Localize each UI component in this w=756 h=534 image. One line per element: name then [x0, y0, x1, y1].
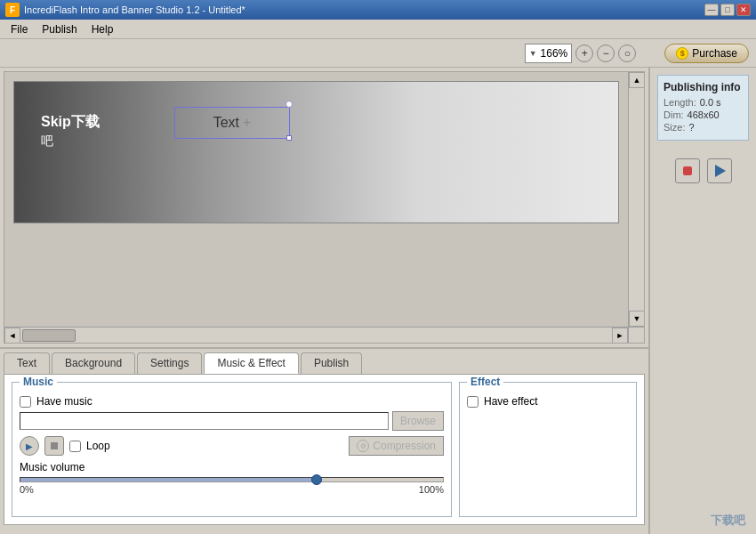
- zoom-minus-button[interactable]: −: [597, 44, 615, 62]
- tab-background[interactable]: Background: [52, 352, 135, 374]
- scroll-right-button[interactable]: ►: [612, 328, 628, 344]
- have-music-row: Have music: [20, 395, 444, 408]
- right-panel: Publishing info Length: 0.0 s Dim: 468x6…: [649, 68, 756, 534]
- text-content: Text: [213, 115, 239, 131]
- preview-play-button[interactable]: [707, 158, 732, 183]
- compression-icon: ⚙: [357, 440, 369, 452]
- tab-settings[interactable]: Settings: [137, 352, 202, 374]
- canvas-container: Skip下载 吧 Text + ▲ ▼ ◄: [4, 71, 645, 344]
- dim-value: 468x60: [688, 109, 720, 120]
- zoom-reset-button[interactable]: ○: [618, 44, 636, 62]
- music-section: Music Have music Browse: [12, 382, 452, 517]
- music-file-input[interactable]: [20, 412, 389, 430]
- preview-stop-button[interactable]: [675, 158, 700, 183]
- purchase-label: Purchase: [692, 47, 737, 60]
- main-area: Skip下载 吧 Text + ▲ ▼ ◄: [0, 68, 756, 534]
- volume-thumb[interactable]: [311, 474, 322, 485]
- h-scroll-thumb[interactable]: [22, 329, 76, 342]
- zoom-arrow-icon: ▼: [529, 49, 537, 58]
- crosshair-icon: +: [243, 115, 251, 131]
- maximize-button[interactable]: □: [720, 4, 735, 16]
- info-dim-row: Dim: 468x60: [664, 109, 743, 120]
- canvas-area: Skip下载 吧 Text + ▲ ▼ ◄: [0, 68, 649, 534]
- resize-handle[interactable]: [286, 135, 292, 141]
- effect-section: Effect Have effect: [459, 382, 637, 517]
- app-icon: F: [5, 3, 20, 17]
- size-key: Size:: [664, 122, 685, 133]
- have-effect-label: Have effect: [484, 395, 537, 408]
- publishing-info: Publishing info Length: 0.0 s Dim: 468x6…: [657, 75, 749, 141]
- tab-text[interactable]: Text: [4, 352, 50, 374]
- stop-square-icon: [683, 166, 692, 175]
- skip-text: Skip下载: [41, 113, 100, 132]
- scroll-down-button[interactable]: ▼: [629, 311, 645, 327]
- scroll-up-button[interactable]: ▲: [629, 72, 645, 88]
- toolbar: ▼ 166% + − ○ $ Purchase: [0, 39, 756, 68]
- volume-fill: [20, 478, 317, 481]
- menu-bar: File Publish Help: [0, 20, 756, 39]
- music-controls-row: ▶ Loop ⚙ Compression: [20, 436, 444, 456]
- have-music-checkbox[interactable]: [20, 396, 31, 408]
- length-value: 0.0 s: [700, 97, 721, 108]
- minimize-button[interactable]: —: [704, 4, 719, 16]
- dim-key: Dim:: [664, 109, 684, 120]
- zoom-plus-button[interactable]: +: [575, 44, 593, 62]
- music-stop-button[interactable]: [44, 436, 64, 456]
- volume-section: Music volume 0% 100%: [20, 461, 444, 495]
- close-button[interactable]: ✕: [736, 4, 751, 16]
- tab-publish[interactable]: Publish: [301, 352, 362, 374]
- h-scroll-track[interactable]: [20, 328, 612, 343]
- music-play-button[interactable]: ▶: [20, 436, 39, 456]
- banner: Skip下载 吧 Text +: [13, 81, 619, 223]
- info-length-row: Length: 0.0 s: [664, 97, 743, 108]
- scroll-corner: [628, 327, 644, 343]
- zoom-dropdown[interactable]: ▼ 166%: [525, 44, 573, 63]
- menu-file[interactable]: File: [4, 21, 35, 37]
- tabs-panel: Text Background Settings Music & Effect …: [0, 347, 648, 534]
- horizontal-scrollbar: ◄ ►: [4, 327, 628, 343]
- publishing-info-title: Publishing info: [664, 81, 743, 93]
- info-size-row: Size: ?: [664, 122, 743, 133]
- zoom-control: ▼ 166% + − ○: [525, 44, 637, 63]
- purchase-button[interactable]: $ Purchase: [664, 44, 749, 63]
- tab-music-effect[interactable]: Music & Effect: [204, 352, 298, 374]
- title-bar: F IncrediFlash Intro and Banner Studio 1…: [0, 0, 756, 20]
- app-title: IncrediFlash Intro and Banner Studio 1.2…: [24, 4, 704, 15]
- tabs-row: Text Background Settings Music & Effect …: [4, 352, 645, 374]
- volume-slider-track[interactable]: [20, 477, 444, 482]
- preview-controls: [657, 151, 749, 190]
- loop-row: Loop: [69, 440, 110, 452]
- tab-content: Music Have music Browse: [4, 374, 645, 525]
- volume-max-label: 100%: [419, 484, 444, 495]
- menu-publish[interactable]: Publish: [35, 21, 84, 37]
- sub-text: 吧: [41, 134, 53, 150]
- rotate-handle[interactable]: [286, 101, 293, 108]
- window-controls: — □ ✕: [704, 4, 751, 16]
- effect-section-label: Effect: [467, 376, 503, 388]
- music-section-label: Music: [20, 376, 57, 388]
- browse-button[interactable]: Browse: [392, 411, 444, 431]
- have-music-label: Have music: [36, 395, 92, 408]
- play-triangle-icon: [715, 165, 726, 177]
- watermark: 下载吧: [711, 513, 745, 529]
- size-value: ?: [688, 122, 694, 133]
- loop-label: Loop: [86, 440, 110, 452]
- vertical-scrollbar: ▲ ▼: [628, 72, 644, 327]
- scroll-left-button[interactable]: ◄: [4, 328, 20, 344]
- purchase-coin-icon: $: [676, 47, 688, 60]
- have-effect-row: Have effect: [467, 395, 629, 408]
- have-effect-checkbox[interactable]: [467, 396, 479, 408]
- volume-min-label: 0%: [20, 484, 34, 495]
- volume-label: Music volume: [20, 461, 444, 473]
- loop-checkbox[interactable]: [69, 441, 81, 452]
- compression-button[interactable]: ⚙ Compression: [349, 436, 444, 456]
- v-scroll-track[interactable]: [629, 88, 644, 311]
- text-element[interactable]: Text +: [174, 107, 290, 139]
- music-file-row: Browse: [20, 411, 444, 431]
- length-key: Length:: [664, 97, 696, 108]
- volume-labels: 0% 100%: [20, 484, 444, 495]
- menu-help[interactable]: Help: [84, 21, 121, 37]
- zoom-value: 166%: [541, 47, 568, 60]
